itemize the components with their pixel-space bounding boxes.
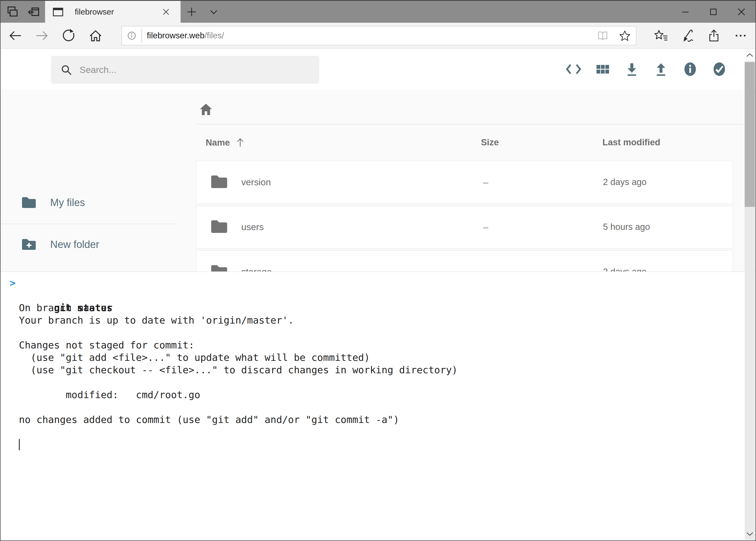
info-icon	[682, 61, 698, 77]
folder-icon	[209, 218, 229, 235]
favorites-hub-button[interactable]	[648, 23, 674, 49]
file-listing: Name Size Last modified version	[175, 90, 755, 271]
tab-preview-button[interactable]	[3, 1, 22, 23]
sidebar-item-my-files[interactable]: My files	[1, 190, 175, 215]
sidebar-item-label: My files	[50, 197, 85, 209]
set-tabs-aside-button[interactable]	[24, 1, 43, 23]
folder-plus-icon	[21, 237, 37, 252]
select-multiple-button[interactable]	[705, 53, 734, 85]
add-favorite-star-button[interactable]	[614, 30, 636, 42]
minimize-button[interactable]	[671, 1, 699, 23]
web-notes-button[interactable]	[674, 23, 701, 49]
terminal-line	[19, 326, 755, 339]
folder-icon	[209, 263, 229, 271]
terminal-line: On branch master	[19, 302, 755, 314]
file-row-users[interactable]: users – 5 hours ago	[196, 206, 733, 249]
tab-list-button[interactable]	[204, 1, 223, 23]
home-icon	[198, 102, 213, 116]
tab-bar: filebrowser	[1, 1, 755, 23]
filebrowser-header: Search...	[1, 49, 755, 90]
scroll-up-button[interactable]	[745, 49, 755, 61]
breadcrumb-home-button[interactable]	[197, 101, 215, 118]
file-name: storage	[241, 267, 272, 271]
column-header-name[interactable]: Name	[206, 137, 246, 148]
browser-tab[interactable]: filebrowser	[45, 1, 180, 23]
navbar-right-buttons	[648, 23, 754, 49]
url-host: filebrowser.web	[147, 31, 205, 40]
info-button[interactable]	[675, 53, 705, 85]
maximize-button[interactable]	[699, 1, 727, 23]
home-button[interactable]	[83, 23, 108, 49]
tab-favicon	[52, 6, 64, 18]
upload-button[interactable]	[646, 53, 675, 85]
grid-view-button[interactable]	[588, 53, 617, 85]
reading-view-button[interactable]	[592, 30, 614, 42]
folder-icon	[21, 195, 37, 210]
forward-button[interactable]	[30, 23, 55, 49]
set-tabs-aside-icon	[27, 6, 40, 18]
download-button[interactable]	[617, 53, 646, 85]
header-action-buttons	[559, 49, 734, 90]
scroll-down-button[interactable]	[745, 528, 755, 540]
download-icon	[624, 61, 640, 77]
plus-icon	[186, 6, 197, 18]
code-icon	[565, 61, 582, 77]
check-circle-icon	[711, 61, 727, 77]
browser-window: filebrowser	[0, 0, 756, 541]
file-row-storage[interactable]: storage – 2 days ago	[196, 251, 733, 271]
refresh-button[interactable]	[56, 23, 81, 49]
terminal-line	[19, 426, 755, 438]
scrollbar-thumb[interactable]	[745, 62, 755, 207]
share-button[interactable]	[701, 23, 727, 49]
file-row-version[interactable]: version – 2 days ago	[196, 161, 733, 204]
window-controls	[671, 1, 755, 23]
address-bar-divider	[141, 29, 142, 43]
file-modified: 5 hours ago	[603, 222, 650, 232]
new-tab-button[interactable]	[182, 1, 201, 23]
file-modified: 2 days ago	[603, 267, 646, 271]
sort-ascending-icon	[235, 137, 246, 148]
terminal-line	[19, 401, 755, 413]
listing-header: Name Size Last modified	[175, 135, 755, 151]
terminal-line: (use "git add <file>..." to update what …	[19, 351, 755, 364]
terminal-prompt-line: > git status	[19, 277, 755, 289]
file-modified: 2 days ago	[603, 177, 646, 187]
search-input[interactable]: Search...	[51, 56, 319, 84]
terminal-panel[interactable]: > git status On branch masterYour branch…	[1, 271, 755, 541]
terminal-line: Changes not staged for commit:	[19, 339, 755, 351]
file-size: –	[483, 267, 488, 271]
site-info-icon[interactable]	[122, 31, 141, 41]
content-divider	[195, 124, 744, 125]
chevron-down-icon	[208, 6, 219, 17]
terminal-line: (use "git checkout -- <file>..." to disc…	[19, 364, 755, 376]
file-name: users	[241, 222, 264, 232]
vertical-scrollbar[interactable]	[745, 49, 755, 540]
upload-icon	[653, 61, 669, 77]
url-text: filebrowser.web/files/	[147, 31, 592, 41]
tab-title: filebrowser	[75, 7, 158, 16]
folder-icon	[209, 174, 229, 190]
tab-close-button[interactable]	[158, 4, 173, 19]
search-placeholder: Search...	[80, 65, 116, 75]
close-window-button[interactable]	[727, 1, 755, 23]
back-button[interactable]	[3, 23, 28, 49]
search-icon	[60, 64, 73, 76]
terminal-command: git status	[54, 302, 113, 313]
column-header-size[interactable]: Size	[481, 137, 499, 148]
column-header-name-label: Name	[206, 138, 230, 148]
url-path: /files/	[205, 31, 224, 40]
terminal-cursor	[19, 439, 20, 450]
more-options-button[interactable]	[727, 23, 754, 49]
column-header-modified[interactable]: Last modified	[603, 137, 660, 148]
sidebar-item-new-folder[interactable]: New folder	[1, 232, 175, 257]
sidebar: My files New folder	[1, 90, 175, 271]
address-bar[interactable]: filebrowser.web/files/	[122, 26, 636, 45]
browser-navbar: filebrowser.web/files/	[1, 23, 755, 49]
terminal-line: no changes added to commit (use "git add…	[19, 413, 755, 426]
terminal-line	[19, 376, 755, 389]
terminal-output: On branch masterYour branch is up to dat…	[19, 289, 755, 438]
terminal-line: Your branch is up to date with 'origin/m…	[19, 314, 755, 326]
raw-code-button[interactable]	[559, 53, 588, 85]
file-size: –	[483, 222, 488, 232]
grid-view-icon	[595, 61, 611, 77]
